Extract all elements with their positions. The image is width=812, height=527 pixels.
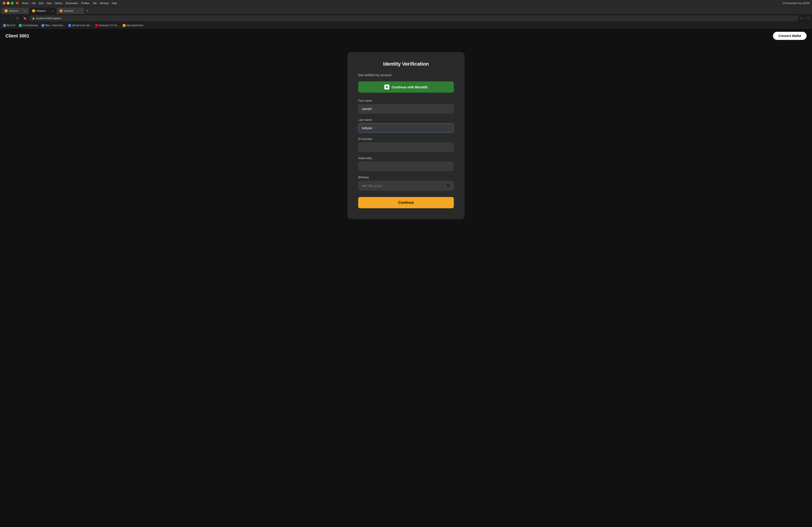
reload-button[interactable]: ↻ [15, 16, 20, 21]
bookmark-severance-favicon [95, 24, 98, 27]
tab-bar: Hinance ✕ Hinance ✕ Hinance + [0, 6, 812, 14]
url-input-container[interactable]: 🔒 localhost:4001/register [29, 15, 798, 21]
menu-edit[interactable]: Edit [39, 2, 43, 4]
blockid-icon [385, 85, 389, 90]
id-number-input[interactable] [358, 142, 454, 152]
card-subtitle: Get verified my account [358, 73, 454, 77]
bookmark-bilira-id[interactable]: BiLira ID [2, 24, 17, 27]
tab-3-label: Hinance [64, 10, 73, 12]
birthday-input[interactable] [358, 181, 454, 191]
menu-history[interactable]: History [55, 2, 62, 4]
birthday-group: Birthday [358, 176, 454, 191]
tab-2[interactable]: Hinance ✕ [29, 7, 56, 14]
tab-3-favicon [60, 9, 63, 12]
bookmarks-bar: BiLira ID Coinmarketcap Bilira - Kripto … [0, 22, 812, 28]
url-lock-icon: 🔒 [32, 17, 35, 20]
tab-1-favicon [4, 9, 8, 12]
url-display: localhost:4001/register [36, 17, 796, 20]
bookmark-jeff-favicon [68, 24, 71, 27]
bookmark-goerli[interactable]: https://goerli-fauc... [121, 24, 147, 27]
bookmark-goerli-favicon [123, 24, 126, 27]
blockid-button[interactable]: Continue with BlockID [358, 81, 454, 93]
tab-2-close[interactable]: ✕ [52, 10, 54, 12]
bookmark-jeff-label: jeff and some alie... [72, 24, 91, 27]
last-name-group: Last name [358, 118, 454, 133]
tab-1-label: Hinance [9, 10, 18, 12]
bookmark-coinmarketcap[interactable]: Coinmarketcap [18, 24, 39, 27]
share-icon[interactable]: ↑ [804, 17, 806, 20]
maximize-window-button[interactable] [11, 2, 14, 4]
tab-1[interactable]: Hinance ✕ [2, 7, 29, 14]
menu-help[interactable]: Help [112, 2, 117, 4]
first-name-group: First name [358, 99, 454, 114]
nationality-label: Nationality [358, 156, 454, 160]
shield-icon[interactable]: 🛡 [807, 17, 810, 20]
titlebar-right: 19 November Sun 08:38 [782, 2, 809, 4]
first-name-input[interactable] [358, 104, 454, 114]
nationality-group: Nationality [358, 156, 454, 171]
id-number-label: ID Number [358, 137, 454, 141]
blockid-button-label: Continue with BlockID [392, 85, 427, 89]
url-actions: 🗝 ↑ 🛡 [800, 17, 810, 20]
first-name-label: First name [358, 99, 454, 102]
back-button[interactable]: ‹ [2, 16, 8, 21]
bookmark-jeff[interactable]: jeff and some alie... [67, 24, 93, 27]
menu-items: Brave File Edit View History Bookmarks P… [22, 2, 117, 4]
main-content: Identity Verification Get verified my ac… [0, 43, 812, 521]
tab-2-label: Hinance [37, 10, 46, 12]
window-controls [3, 2, 14, 4]
verification-card: Identity Verification Get verified my ac… [347, 52, 465, 219]
tab-1-close[interactable]: ✕ [24, 10, 26, 12]
connect-wallet-button[interactable]: Connect Wallet [773, 32, 807, 40]
titlebar-datetime: 19 November Sun 08:38 [782, 2, 809, 4]
tab-3[interactable]: Hinance [57, 7, 84, 14]
nav-buttons: ‹ › ↻ [2, 16, 20, 21]
bookmark-severance-label: Severance (TV Se... [99, 24, 119, 27]
bookmark-bilira-kripto[interactable]: Bilira - Kripto Alım... [40, 24, 66, 27]
close-window-button[interactable] [3, 2, 5, 4]
titlebar-menu: 🍎 Brave File Edit View History Bookmarks… [16, 2, 780, 4]
url-bar: ‹ › ↻ 🔖 🔒 localhost:4001/register 🗝 ↑ 🛡 [0, 14, 812, 22]
apple-logo-icon[interactable]: 🍎 [16, 2, 19, 4]
key-icon[interactable]: 🗝 [800, 17, 803, 20]
app-header: Client 3001 Connect Wallet [0, 29, 812, 43]
bookmark-coinmarketcap-favicon [19, 24, 21, 27]
tab-2-favicon [32, 9, 35, 12]
browser-chrome: Hinance ✕ Hinance ✕ Hinance + ‹ › ↻ 🔖 🔒 … [0, 6, 812, 29]
menu-file[interactable]: File [32, 2, 36, 4]
continue-button[interactable]: Continue [358, 197, 454, 208]
id-number-group: ID Number [358, 137, 454, 152]
bookmark-severance[interactable]: Severance (TV Se... [94, 24, 120, 27]
menu-tab[interactable]: Tab [93, 2, 97, 4]
new-tab-button[interactable]: + [84, 7, 91, 14]
menu-profiles[interactable]: Profiles [81, 2, 89, 4]
menu-window[interactable]: Window [100, 2, 109, 4]
menu-brave[interactable]: Brave [22, 2, 29, 4]
titlebar: 🍎 Brave File Edit View History Bookmarks… [0, 0, 812, 6]
bookmark-goerli-label: https://goerli-fauc... [126, 24, 145, 27]
forward-button[interactable]: › [9, 16, 14, 21]
nationality-input[interactable] [358, 162, 454, 171]
bookmark-bilira-id-favicon [3, 24, 6, 27]
bookmark-coinmarketcap-label: Coinmarketcap [23, 24, 38, 27]
last-name-label: Last name [358, 118, 454, 121]
menu-bookmarks[interactable]: Bookmarks [66, 2, 78, 4]
last-name-input[interactable] [358, 123, 454, 133]
birthday-label: Birthday [358, 176, 454, 179]
card-title: Identity Verification [358, 61, 454, 67]
minimize-window-button[interactable] [7, 2, 10, 4]
bookmark-bilira-kripto-favicon [42, 24, 44, 27]
bookmark-button[interactable]: 🔖 [22, 16, 28, 21]
menu-view[interactable]: View [46, 2, 52, 4]
bookmark-bilira-kripto-label: Bilira - Kripto Alım... [45, 24, 65, 27]
app-title: Client 3001 [5, 33, 29, 39]
bookmark-bilira-id-label: BiLira ID [7, 24, 15, 27]
